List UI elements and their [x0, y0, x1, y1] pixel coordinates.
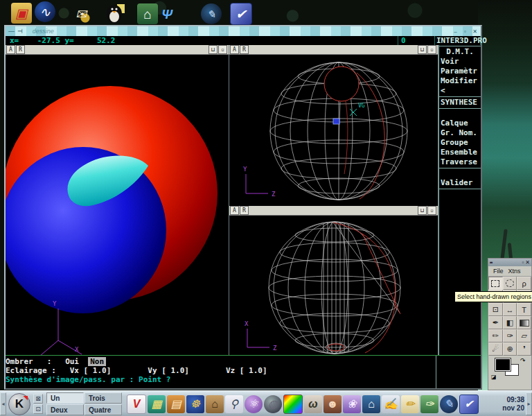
mail-icon[interactable]: ✉	[71, 3, 91, 24]
desktop-3-button[interactable]: Trois	[85, 392, 122, 404]
check-square-icon[interactable]: ✔	[230, 3, 252, 25]
top-view-canvas[interactable]: X Z	[229, 216, 438, 355]
vx-value[interactable]: Vx [ 1.0]	[70, 366, 112, 375]
blend-tool[interactable]	[517, 316, 531, 329]
desktop-palm-icon[interactable]: ▦	[148, 395, 166, 413]
toolbox-maximize-button[interactable]: ▫	[522, 259, 524, 266]
globe-pen-icon[interactable]: ✎	[201, 3, 222, 24]
menu-item-traverse[interactable]: Traverse	[439, 157, 481, 167]
gimp-wilber-icon[interactable]: ω	[304, 395, 322, 413]
ship-wheel-icon[interactable]: ☸	[186, 395, 204, 413]
xtns-menu[interactable]: Xtns	[508, 268, 521, 275]
color-palette-icon[interactable]	[283, 395, 303, 414]
graphics-flower-icon[interactable]: ❀	[343, 395, 361, 413]
menu-item-groupe[interactable]: Groupe	[439, 138, 481, 148]
render-sphere-icon[interactable]: ◍	[264, 395, 282, 413]
swap-colors-icon[interactable]: ↷	[520, 357, 526, 364]
window-titlebar[interactable]: — ⊣ dessine – ▫ ✕	[6, 26, 481, 36]
panel-hide-right-button[interactable]: ▸	[526, 392, 532, 415]
image-viewer-icon[interactable]: ☻	[323, 395, 342, 413]
menu-item-calque[interactable]: Calque	[439, 119, 481, 128]
viewport-iconify-button[interactable]: ⊔	[418, 206, 427, 215]
menu-item-valider[interactable]: Valider	[439, 178, 481, 188]
bucket-fill-tool[interactable]: ◧	[503, 316, 517, 329]
clock[interactable]: 09:38 nov 20	[502, 396, 524, 413]
view-r-button[interactable]: R	[16, 45, 25, 54]
flip-tool[interactable]: ↔	[503, 303, 517, 316]
file-cabinet-icon[interactable]: ▤	[167, 395, 185, 413]
shading-non-option[interactable]: Non	[88, 357, 106, 366]
view-a-button[interactable]: A	[230, 45, 239, 54]
vy-value[interactable]: Vy [ 1.0]	[148, 366, 189, 375]
menu-item-dmt[interactable]: D.M.T.	[439, 47, 481, 57]
tool-grid: ρ ✛ ⚲ ∕ ⊡ ↔ T ✒ ◧ ✏ ✑ ▱ ☄ ⊕ ❜	[488, 277, 531, 356]
vz-value[interactable]: Vz [ 1.0]	[226, 366, 267, 375]
menu-item-ensemble[interactable]: Ensemble	[439, 148, 481, 157]
menu-item-voir[interactable]: Voir	[439, 57, 481, 67]
menu-item-gr-nom[interactable]: Gr. Nom.	[439, 128, 481, 138]
view-r-button[interactable]: R	[240, 45, 249, 54]
clone-tool[interactable]: ⊕	[503, 343, 517, 356]
home-globe-icon[interactable]: ⌂	[137, 3, 158, 24]
k-menu-button[interactable]: K	[8, 393, 30, 415]
view-r-button[interactable]: R	[240, 206, 249, 215]
front-view-canvas[interactable]: VG Y Z	[229, 55, 438, 206]
maximize-button[interactable]: ▫	[461, 28, 469, 35]
pencil-tool[interactable]: ✏	[488, 329, 503, 343]
ant-icon[interactable]: Ψ	[157, 3, 177, 24]
viewport-iconify-button[interactable]: ⊔	[209, 45, 218, 54]
color-picker-tool[interactable]: ✒	[488, 316, 503, 329]
file-menu[interactable]: File	[493, 268, 504, 275]
window-menu-icon[interactable]: —	[8, 28, 15, 35]
window-list-button[interactable]: ⊠	[33, 394, 43, 404]
pencil-icon[interactable]: ✏	[401, 395, 419, 413]
panel-hide-left-button[interactable]: ◂	[0, 392, 6, 415]
minimize-button[interactable]: –	[452, 28, 459, 35]
close-button[interactable]: ✕	[471, 28, 479, 35]
tux-penguin-icon[interactable]	[105, 2, 126, 23]
paintbrush-tool[interactable]: ✑	[503, 329, 517, 343]
menu-item-back[interactable]: <	[439, 86, 481, 96]
viewport-maximize-button[interactable]: ▫	[427, 206, 436, 215]
lock-screen-button[interactable]: ⊡	[33, 404, 43, 414]
free-select-tool[interactable]: ρ	[517, 277, 531, 290]
text-tool[interactable]: T	[517, 303, 531, 316]
v-app-icon[interactable]: V	[127, 395, 146, 414]
toolbox-close-button[interactable]: ✕	[525, 259, 530, 266]
menu-item-parametr[interactable]: Paramètr	[439, 67, 481, 76]
check-square-icon[interactable]: ✔	[459, 395, 479, 414]
eraser-tool[interactable]: ▱	[517, 329, 531, 343]
view-a-button[interactable]: A	[6, 45, 15, 54]
rect-select-tool[interactable]	[488, 277, 503, 290]
shading-oui-option[interactable]: Oui	[65, 357, 79, 366]
transform-tool[interactable]: ⊡	[488, 303, 503, 316]
toolbox-titlebar[interactable]: ▪▪ ▫ ✕	[488, 259, 531, 266]
globe-pen-icon[interactable]: ✎	[440, 395, 458, 413]
convolve-tool[interactable]: ❜	[517, 343, 531, 356]
desktop-1-button[interactable]: Un	[46, 392, 84, 404]
viewport-maximize-button[interactable]: ▫	[218, 45, 227, 54]
airbrush-tool[interactable]: ☄	[488, 343, 503, 356]
package-box-icon[interactable]: ▣	[11, 3, 32, 24]
toolbox-birdhouse-icon[interactable]: ⌂	[206, 395, 224, 413]
command-prompt[interactable]: Synthèse d'image/pass. par : Point ?	[6, 375, 481, 384]
toolbox-menu-icon[interactable]: ▪▪	[490, 259, 493, 266]
view-a-button[interactable]: A	[230, 206, 239, 215]
app-logo-ball-icon[interactable]: ∿	[35, 1, 55, 22]
foreground-color-swatch[interactable]	[495, 358, 511, 371]
menu-item-synthese[interactable]: SYNTHESE	[439, 98, 481, 107]
ellipse-select-tool[interactable]	[503, 277, 517, 290]
find-document-icon[interactable]: ⚲	[225, 395, 243, 413]
desktop-4-button[interactable]: Quatre	[85, 404, 122, 415]
menu-item-modifier[interactable]: Modifier	[439, 76, 481, 86]
molecule-icon[interactable]: ⚛	[245, 395, 263, 413]
viewport-maximize-button[interactable]: ▫	[427, 45, 436, 54]
viewport-iconify-button[interactable]: ⊔	[418, 45, 427, 54]
hand-draw-icon[interactable]: ✑	[420, 395, 438, 413]
shaded-view-canvas[interactable]: Y X	[6, 55, 229, 355]
default-colors-icon[interactable]: ◪	[491, 374, 497, 380]
web-home-icon[interactable]: ⌂	[362, 395, 380, 413]
desktop-2-button[interactable]: Deux	[46, 404, 84, 415]
writer-icon[interactable]: ✍	[382, 395, 400, 413]
window-pin-icon[interactable]: ⊣	[17, 28, 23, 35]
